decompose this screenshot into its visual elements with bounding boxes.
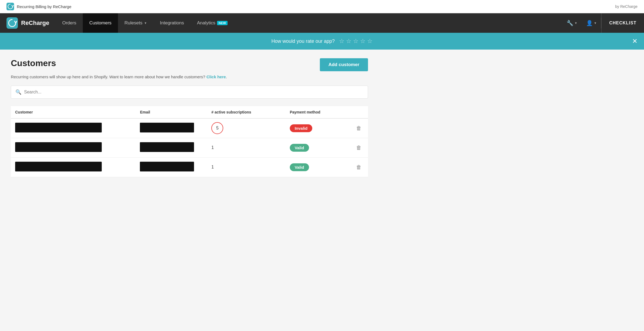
subscription-count-cell: 5: [207, 118, 285, 138]
subscription-count-cell: 1: [207, 138, 285, 157]
subscription-count-circled: 5: [211, 122, 223, 134]
search-container: 🔍: [11, 86, 368, 99]
search-icon: 🔍: [15, 89, 21, 95]
recharge-logo-icon: [6, 3, 14, 10]
app-title-text: Recurring Billing by ReCharge: [17, 4, 71, 9]
delete-button[interactable]: 🗑: [354, 162, 364, 173]
customer-name-cell: [11, 138, 136, 157]
user-button[interactable]: 👤 ▼: [582, 20, 601, 26]
nav-right-area: 🔧 ▼ 👤 ▼ CHECKLIST: [562, 13, 644, 33]
action-cell: 🗑: [350, 138, 368, 157]
user-icon: 👤: [586, 20, 593, 26]
settings-button[interactable]: 🔧 ▼: [562, 20, 582, 26]
page-header: Customers Add customer: [11, 58, 368, 71]
new-badge: NEW: [217, 21, 228, 25]
star-2[interactable]: ☆: [346, 38, 351, 45]
table-row: 1 Valid 🗑: [11, 138, 368, 157]
subscription-count-cell: 1: [207, 157, 285, 177]
redacted-customer-name: [15, 123, 102, 132]
rating-banner: How would you rate our app? ☆ ☆ ☆ ☆ ☆ ✕: [0, 33, 644, 50]
chevron-down-icon: ▼: [144, 21, 147, 25]
status-badge-invalid: Invalid: [290, 124, 313, 132]
main-content: Customers Add customer Recurring custome…: [0, 50, 379, 186]
nav-item-analytics[interactable]: Analytics NEW: [190, 13, 234, 33]
table-body: 5 Invalid 🗑 1: [11, 118, 368, 177]
col-header-email: Email: [136, 106, 207, 118]
page-subtitle-text: Recurring customers will show up here an…: [11, 74, 205, 79]
page-title: Customers: [11, 58, 56, 68]
user-chevron-icon: ▼: [594, 21, 597, 25]
star-3[interactable]: ☆: [353, 38, 359, 45]
col-header-subscriptions: # active subscriptions: [207, 106, 285, 118]
settings-chevron-icon: ▼: [574, 21, 577, 25]
col-header-action: [350, 106, 368, 118]
nav-item-customers[interactable]: Customers: [83, 13, 118, 33]
payment-status-cell: Valid: [285, 157, 350, 177]
nav-item-rulesets[interactable]: Rulesets ▼: [118, 13, 153, 33]
nav-item-analytics-label: Analytics: [197, 20, 215, 26]
table-row: 5 Invalid 🗑: [11, 118, 368, 138]
action-cell: 🗑: [350, 157, 368, 177]
star-5[interactable]: ☆: [367, 38, 373, 45]
table-header: Customer Email # active subscriptions Pa…: [11, 106, 368, 118]
nav-item-customers-label: Customers: [89, 20, 111, 26]
checklist-button[interactable]: CHECKLIST: [601, 13, 644, 33]
app-title-area: Recurring Billing by ReCharge: [6, 3, 71, 10]
nav-item-integrations[interactable]: Integrations: [153, 13, 190, 33]
table-header-row: Customer Email # active subscriptions Pa…: [11, 106, 368, 118]
status-badge-valid: Valid: [290, 144, 309, 152]
by-recharge-label: by ReCharge: [615, 4, 638, 9]
customer-email-cell: [136, 118, 207, 138]
nav-item-rulesets-label: Rulesets: [124, 20, 142, 26]
star-4[interactable]: ☆: [360, 38, 366, 45]
star-rating[interactable]: ☆ ☆ ☆ ☆ ☆: [339, 38, 373, 45]
add-customer-button[interactable]: Add customer: [320, 58, 368, 71]
nav-item-integrations-label: Integrations: [160, 20, 184, 26]
col-header-customer: Customer: [11, 106, 136, 118]
action-cell: 🗑: [350, 118, 368, 138]
customer-name-cell: [11, 157, 136, 177]
checklist-label: CHECKLIST: [609, 21, 636, 25]
nav-items: Orders Customers Rulesets ▼ Integrations…: [56, 13, 562, 33]
col-header-payment: Payment method: [285, 106, 350, 118]
page-subtitle: Recurring customers will show up here an…: [11, 74, 368, 79]
subscription-count-text: 1: [211, 165, 214, 169]
redacted-customer-name: [15, 142, 102, 152]
wrench-icon: 🔧: [567, 20, 573, 26]
top-bar: Recurring Billing by ReCharge by ReCharg…: [0, 0, 644, 13]
star-1[interactable]: ☆: [339, 38, 344, 45]
payment-status-cell: Valid: [285, 138, 350, 157]
customer-email-cell: [136, 157, 207, 177]
delete-button[interactable]: 🗑: [354, 142, 364, 153]
redacted-customer-email: [140, 162, 194, 171]
click-here-link[interactable]: Click here: [206, 74, 226, 79]
nav-brand-icon: [6, 17, 18, 29]
rating-text: How would you rate our app?: [271, 38, 335, 44]
nav-item-orders-label: Orders: [62, 20, 76, 26]
nav-item-orders[interactable]: Orders: [56, 13, 83, 33]
table-row: 1 Valid 🗑: [11, 157, 368, 177]
nav-bar: ReCharge Orders Customers Rulesets ▼ Int…: [0, 13, 644, 33]
nav-brand-name: ReCharge: [21, 20, 49, 27]
search-input[interactable]: [24, 90, 363, 95]
nav-brand[interactable]: ReCharge: [0, 13, 56, 33]
customers-table: Customer Email # active subscriptions Pa…: [11, 106, 368, 177]
close-banner-button[interactable]: ✕: [632, 38, 638, 44]
redacted-customer-email: [140, 142, 194, 152]
status-badge-valid: Valid: [290, 163, 309, 171]
redacted-customer-email: [140, 123, 194, 132]
redacted-customer-name: [15, 162, 102, 171]
delete-button[interactable]: 🗑: [354, 123, 364, 134]
customer-name-cell: [11, 118, 136, 138]
payment-status-cell: Invalid: [285, 118, 350, 138]
subscription-count-text: 1: [211, 145, 214, 150]
customer-email-cell: [136, 138, 207, 157]
